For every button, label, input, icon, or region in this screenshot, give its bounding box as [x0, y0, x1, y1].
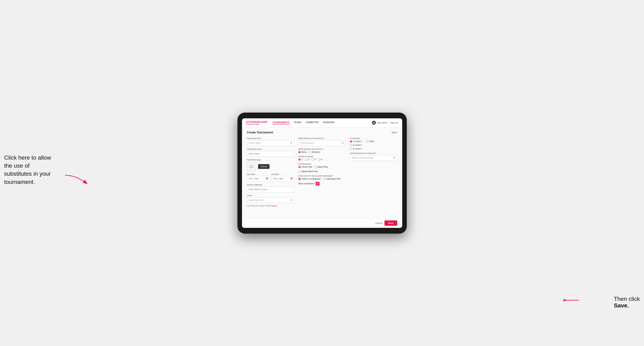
- venue-label: Venue: [247, 194, 294, 196]
- format-other-radio[interactable]: [366, 140, 368, 143]
- format-other-option[interactable]: Other: [366, 140, 374, 143]
- start-date-label: Start date: [247, 173, 270, 175]
- arrow-right-icon: [564, 296, 580, 304]
- rounds-1-option[interactable]: 1: [298, 158, 303, 161]
- nav-links: TOURNAMENTS TEAMS COMMITTEE RANKINGS: [272, 121, 372, 124]
- annotation-right-line1: Then click: [614, 296, 640, 302]
- scoring-api-group: Use third-party live scoring API? Select…: [350, 152, 397, 161]
- sign-out-link[interactable]: Sign out: [390, 122, 398, 124]
- logo-board-text: BOARD: [257, 120, 268, 124]
- image-icon: [250, 165, 254, 169]
- gender-label: Which gender is the event for?: [298, 148, 346, 150]
- nav-bar: SCOREBOARD Powered by clippd TOURNAMENTS…: [242, 118, 402, 127]
- email-support-link[interactable]: email support: [266, 205, 277, 207]
- rounds-3-radio[interactable]: [311, 158, 314, 161]
- format-6c5-radio[interactable]: [350, 148, 352, 150]
- format-6c4-radio[interactable]: [350, 144, 352, 146]
- page-header: Create Tournament ‹ Back: [247, 131, 397, 134]
- user-name: blair admin: [377, 122, 387, 124]
- format-6c5-option[interactable]: 6 count 5: [350, 148, 397, 150]
- logo-label: Tournament logo: [247, 159, 294, 161]
- annotation-right-bold: Save.: [614, 302, 629, 309]
- nav-link-rankings[interactable]: RANKINGS: [323, 121, 335, 124]
- end-date-calendar-icon: 📅: [290, 177, 293, 180]
- rounds-2-option[interactable]: 2: [305, 158, 309, 161]
- gender-womens-label: Womens: [312, 151, 320, 153]
- rounds-4-option[interactable]: 4: [318, 158, 322, 161]
- scoring-api-label: Use third-party live scoring API?: [350, 152, 397, 154]
- logo-group: Tournament logo Upload: [247, 159, 294, 171]
- rounds-group: Number of rounds 1 2: [298, 156, 346, 161]
- tournament-name-group: Tournament name: [247, 148, 294, 157]
- venue-select[interactable]: Search golf club: [247, 197, 294, 203]
- teams-teams-option[interactable]: Teams (+Individuals): [298, 178, 321, 180]
- gender-mens-radio[interactable]: [298, 151, 301, 154]
- bottom-bar: Cancel Save: [242, 218, 402, 228]
- logo-area: Upload: [247, 162, 294, 171]
- scoring-match-label: Match Play: [318, 166, 328, 168]
- rounds-1-radio[interactable]: [298, 158, 301, 161]
- teams-label: Is this event for Teams and/or Individua…: [298, 175, 346, 177]
- teams-individuals-option[interactable]: Individuals Only: [323, 178, 341, 180]
- teams-group: Is this event for Teams and/or Individua…: [298, 175, 346, 180]
- brand-name: clippd: [254, 124, 259, 125]
- format-other-label: Other: [369, 140, 374, 143]
- rounds-2-radio[interactable]: [305, 158, 307, 161]
- rounds-3-label: 3: [315, 158, 316, 161]
- host-label: Tournament Host: [247, 137, 294, 139]
- nav-link-tournaments[interactable]: TOURNAMENTS: [272, 121, 290, 124]
- substitutes-item[interactable]: Allow substitutes?: [298, 182, 346, 185]
- gender-womens-radio[interactable]: [309, 151, 311, 154]
- cancel-button[interactable]: Cancel: [375, 222, 382, 224]
- rounds-3-option[interactable]: 3: [311, 158, 316, 161]
- annotation-left-text: Click here to allow the use of substitut…: [4, 155, 51, 185]
- substitutes-group: Allow substitutes?: [298, 182, 346, 185]
- annotation-right: Then click Save.: [614, 296, 640, 309]
- format-5c4-radio[interactable]: [350, 140, 352, 143]
- teams-teams-radio[interactable]: [298, 178, 301, 180]
- division-select[interactable]: NCAA Division I NCAA Division II NCAA Di…: [298, 140, 346, 146]
- nav-user: B blair admin | Sign out: [372, 121, 398, 125]
- tournament-name-input[interactable]: [247, 151, 294, 157]
- format-row-1: 5 count 4 Other: [350, 140, 397, 143]
- nav-logo-scoreboard: SCOREBOARD: [246, 120, 268, 124]
- page-title: Create Tournament: [247, 131, 273, 134]
- start-date-field: Start date 📅: [247, 173, 270, 182]
- svg-rect-0: [250, 165, 253, 168]
- teams-individuals-radio[interactable]: [323, 178, 325, 180]
- host-select[interactable]: Search team: [247, 140, 294, 146]
- format-label: Format type: [350, 137, 397, 139]
- name-label: Tournament name: [247, 148, 294, 150]
- format-group: Format type 5 count 4 Other: [350, 137, 397, 150]
- upload-button[interactable]: Upload: [258, 164, 270, 169]
- scoring-stroke-option[interactable]: Stroke Play: [298, 166, 312, 168]
- form-col-1: Tournament Host Search team Tournament n…: [247, 137, 294, 207]
- format-6c4-option[interactable]: 6 count 4: [350, 144, 397, 146]
- venue-help-text: Can't find your venue?: [247, 205, 266, 207]
- gender-mens-option[interactable]: Mens: [298, 151, 306, 154]
- gender-womens-option[interactable]: Womens: [309, 151, 320, 154]
- scoring-medal-option[interactable]: Medal Match Play: [298, 170, 318, 173]
- nav-link-committee[interactable]: COMMITTEE: [306, 121, 319, 124]
- scoring-match-option[interactable]: Match Play: [314, 166, 328, 168]
- logo-placeholder: [247, 162, 256, 171]
- division-group: Which division is the event for? NCAA Di…: [298, 137, 346, 146]
- scoring-match-radio[interactable]: [314, 166, 317, 168]
- gender-group: Which gender is the event for? Mens Wome…: [298, 148, 346, 154]
- scoring-service-select[interactable]: Select a scoring service: [350, 155, 397, 161]
- rounds-4-radio[interactable]: [318, 158, 320, 161]
- scoring-medal-radio[interactable]: [298, 170, 301, 173]
- rounds-label: Number of rounds: [298, 156, 346, 158]
- date-group: Start date 📅 End date 📅: [247, 173, 294, 182]
- scoring-stroke-radio[interactable]: [298, 166, 301, 168]
- form-col-2: Which division is the event for? NCAA Di…: [298, 137, 346, 207]
- nav-logo-powered: Powered by clippd: [246, 124, 268, 125]
- logo-score-text: SCORE: [246, 120, 257, 124]
- save-button[interactable]: Save: [384, 220, 397, 226]
- format-5c4-option[interactable]: 5 count 4: [350, 140, 362, 143]
- substitutes-checkbox[interactable]: [316, 182, 319, 185]
- sponsor-group: Sponsor (optional): [247, 184, 294, 192]
- back-link[interactable]: ‹ Back: [391, 131, 397, 134]
- nav-link-teams[interactable]: TEAMS: [294, 121, 302, 124]
- sponsor-input[interactable]: [247, 187, 294, 192]
